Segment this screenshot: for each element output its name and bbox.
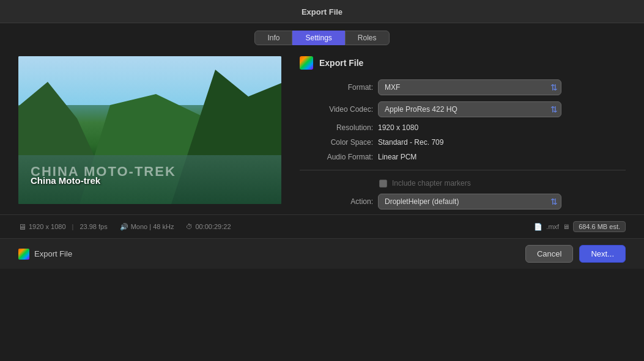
- settings-rows: Format: MXF ⇅ Video Codec: Apple ProRes …: [300, 79, 626, 210]
- format-select[interactable]: MXF: [378, 79, 561, 95]
- video-preview: CHINA MOTO-TREK China Moto-trek: [18, 56, 281, 210]
- video-codec-select[interactable]: Apple ProRes 422 HQ: [378, 101, 561, 117]
- tab-settings[interactable]: Settings: [292, 31, 344, 45]
- audio-format-value: Linear PCM: [378, 153, 416, 161]
- footer-export-label: Export File: [18, 249, 72, 260]
- status-file-ext: .mxf: [546, 223, 559, 230]
- format-label: Format:: [300, 83, 373, 92]
- fcp-icon: [300, 56, 313, 70]
- action-select[interactable]: DropletHelper (default): [378, 194, 561, 210]
- chapter-markers-label: Include chapter markers: [392, 179, 471, 188]
- file-icon: 📄: [534, 223, 542, 231]
- status-fps: 23.98 fps: [80, 223, 107, 230]
- next-button[interactable]: Next...: [579, 245, 626, 263]
- video-codec-row: Video Codec: Apple ProRes 422 HQ ⇅: [300, 101, 626, 117]
- resolution-label: Resolution:: [300, 123, 373, 132]
- tabs-row: Info Settings Roles: [0, 23, 644, 50]
- format-row: Format: MXF ⇅: [300, 79, 626, 95]
- resolution-value: 1920 x 1080: [378, 123, 418, 132]
- video-codec-select-wrap: Apple ProRes 422 HQ ⇅: [378, 101, 561, 117]
- tab-info[interactable]: Info: [254, 31, 292, 45]
- status-audio: Mono | 48 kHz: [131, 223, 174, 230]
- status-sep-1: |: [72, 223, 74, 230]
- tab-roles[interactable]: Roles: [345, 31, 390, 45]
- status-resolution: 1920 x 1080: [29, 223, 66, 230]
- footer-fcp-icon: [18, 249, 29, 260]
- status-duration: 00:00:29:22: [195, 223, 231, 230]
- monitor-icon-2: 🖥: [563, 223, 569, 230]
- main-content: CHINA MOTO-TREK China Moto-trek Export F…: [0, 50, 644, 210]
- monitor-icon: 🖥: [18, 222, 26, 232]
- status-duration-item: ⏱ 00:00:29:22: [186, 223, 231, 230]
- color-space-label: Color Space:: [300, 138, 373, 147]
- action-row: Action: DropletHelper (default) ⇅: [300, 194, 626, 210]
- color-space-value: Standard - Rec. 709: [378, 138, 443, 147]
- audio-format-label: Audio Format:: [300, 153, 373, 161]
- chapter-markers-checkbox[interactable]: [379, 180, 387, 188]
- footer-actions: Cancel Next...: [525, 245, 626, 263]
- file-size-value: 684.6 MB est.: [579, 223, 620, 230]
- status-resolution-item: 🖥 1920 x 1080: [18, 222, 66, 232]
- format-select-wrap: MXF ⇅: [378, 79, 561, 95]
- cancel-button[interactable]: Cancel: [525, 245, 573, 263]
- file-size-badge: 684.6 MB est.: [573, 221, 626, 232]
- settings-panel: Export File Format: MXF ⇅ Video Codec: A…: [300, 56, 626, 210]
- video-title: China Moto-trek: [31, 175, 100, 186]
- status-audio-item: 🔊 Mono | 48 kHz: [120, 223, 174, 231]
- footer: Export File Cancel Next...: [0, 238, 644, 269]
- audio-format-row: Audio Format: Linear PCM: [300, 153, 626, 161]
- action-select-wrap: DropletHelper (default) ⇅: [378, 194, 561, 210]
- export-title: Export File: [319, 58, 363, 68]
- chapter-markers-row: Include chapter markers: [379, 179, 626, 188]
- title-bar: Export File: [0, 0, 644, 23]
- audio-icon: 🔊: [120, 223, 128, 231]
- divider: [300, 170, 626, 170]
- window-title: Export File: [302, 7, 342, 16]
- footer-export-text: Export File: [34, 249, 72, 258]
- status-bar: 🖥 1920 x 1080 | 23.98 fps 🔊 Mono | 48 kH…: [0, 214, 644, 238]
- video-codec-label: Video Codec:: [300, 105, 373, 114]
- video-thumbnail: CHINA MOTO-TREK China Moto-trek: [18, 56, 281, 204]
- status-right: 📄 .mxf 🖥 684.6 MB est.: [534, 221, 626, 232]
- action-label: Action:: [300, 197, 373, 206]
- export-header: Export File: [300, 56, 626, 70]
- clock-icon: ⏱: [186, 223, 193, 230]
- color-space-row: Color Space: Standard - Rec. 709: [300, 138, 626, 147]
- resolution-row: Resolution: 1920 x 1080: [300, 123, 626, 132]
